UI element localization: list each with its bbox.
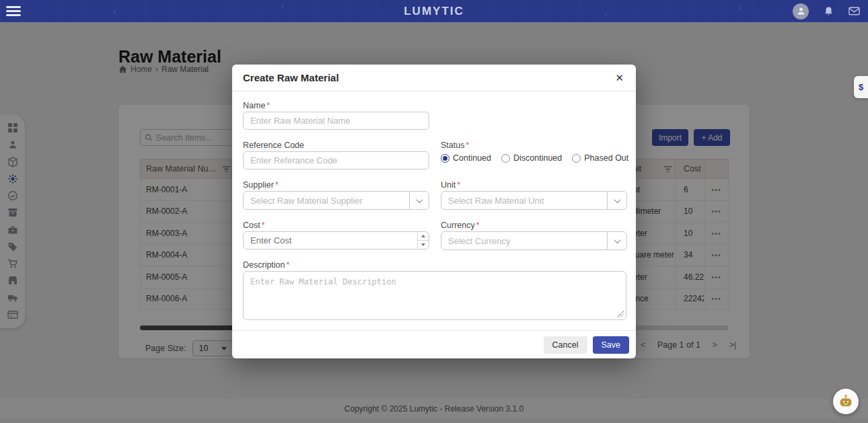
save-button[interactable]: Save <box>593 336 630 354</box>
navbar-actions <box>793 0 860 22</box>
currency-label: Currency* <box>441 221 480 230</box>
name-label: Name* <box>243 101 270 110</box>
description-label: Description* <box>243 260 289 270</box>
reference-code-input[interactable] <box>243 151 429 169</box>
modal-title: Create Raw Material <box>243 72 339 83</box>
unit-select[interactable]: Select Raw Material Unit <box>441 191 627 210</box>
supplier-label: Supplier* <box>243 180 279 190</box>
modal-header: Create Raw Material ✕ <box>232 65 636 91</box>
chevron-down-icon[interactable] <box>607 192 626 209</box>
app-logo: LUMYTIC <box>0 5 868 18</box>
spinner-down-button[interactable] <box>418 241 429 249</box>
user-avatar[interactable] <box>793 3 809 20</box>
chevron-down-icon[interactable] <box>607 232 626 249</box>
chatbot-button[interactable] <box>833 389 859 414</box>
robot-icon <box>838 393 854 410</box>
currency-select[interactable]: Select Currency <box>441 231 627 250</box>
close-icon[interactable]: ✕ <box>615 72 624 84</box>
cost-input[interactable] <box>243 231 429 249</box>
reference-code-label: Reference Code <box>243 141 304 150</box>
status-label: Status* <box>441 141 469 150</box>
cost-label: Cost* <box>243 221 265 230</box>
unit-label: Unit* <box>441 180 460 190</box>
description-textarea[interactable] <box>243 271 626 320</box>
radio-unselected-icon <box>501 154 510 163</box>
status-radio-group: Continued Discontinued Phased Out <box>441 153 628 163</box>
radio-selected-icon <box>441 154 449 163</box>
top-navbar: LUMYTIC <box>0 0 868 22</box>
radio-discontinued[interactable]: Discontinued <box>501 153 562 163</box>
cancel-button[interactable]: Cancel <box>544 336 587 354</box>
supplier-select[interactable]: Select Raw Material Supplier <box>243 191 429 210</box>
cost-field <box>243 231 429 249</box>
app-window: LUMYTIC Raw Material Home › <box>0 0 868 423</box>
radio-phased-out[interactable]: Phased Out <box>572 153 628 163</box>
radio-continued[interactable]: Continued <box>441 153 491 163</box>
radio-unselected-icon <box>572 154 581 163</box>
mail-icon[interactable] <box>848 7 860 15</box>
person-icon <box>796 6 806 16</box>
currency-tab[interactable]: $ <box>854 76 868 98</box>
number-spinner <box>417 232 429 249</box>
name-input[interactable] <box>243 112 429 130</box>
spinner-up-button[interactable] <box>418 232 429 241</box>
create-raw-material-modal: Create Raw Material ✕ Name* Reference Co… <box>232 65 636 358</box>
notifications-bell-icon[interactable] <box>824 6 834 17</box>
chevron-down-icon[interactable] <box>409 192 429 209</box>
modal-footer: Cancel Save <box>232 330 636 358</box>
